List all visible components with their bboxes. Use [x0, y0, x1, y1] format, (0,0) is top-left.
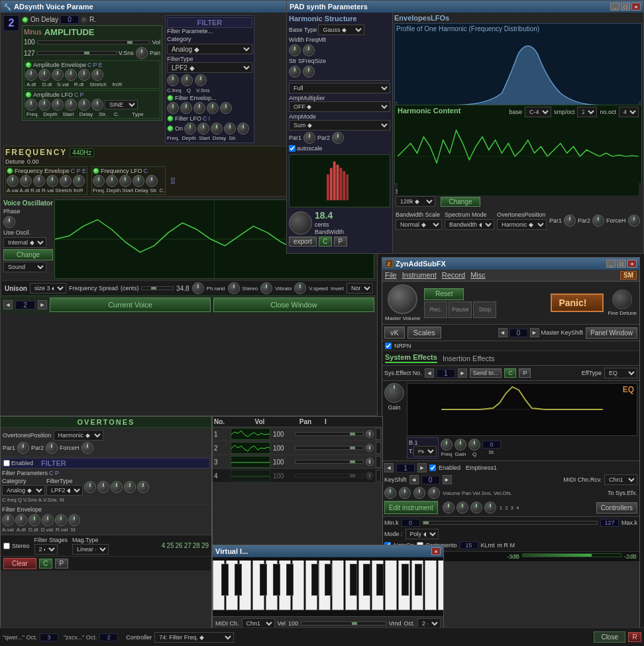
eff-next[interactable]: ► — [458, 368, 467, 378]
lfo-delay[interactable] — [65, 99, 77, 111]
pan-part-knob[interactable] — [399, 487, 411, 499]
fenv-rdt[interactable] — [220, 102, 232, 114]
mag-type-sel[interactable]: Linear ◆ — [72, 544, 109, 555]
prow1-scroll[interactable] — [376, 428, 381, 440]
pe-rval[interactable] — [55, 514, 67, 526]
fenv-adt[interactable] — [180, 102, 192, 114]
stereo-check[interactable] — [3, 543, 10, 549]
vol-slider[interactable] — [37, 40, 150, 44]
lfo-freq[interactable] — [25, 99, 37, 111]
bandwidth-knob[interactable] — [289, 211, 312, 235]
spectrum-mode-select[interactable]: Bandwidth ◆ — [445, 219, 494, 230]
midi-ch-rv-select[interactable]: Chn1 ◆ — [604, 474, 637, 485]
master-volume-knob[interactable] — [388, 284, 417, 314]
r-led[interactable] — [81, 17, 87, 23]
sys-efx-1[interactable] — [443, 502, 455, 513]
prow3-pan[interactable] — [366, 458, 374, 466]
key-e5[interactable] — [425, 561, 437, 610]
ks-part-right[interactable]: ► — [443, 475, 452, 484]
current-voice-btn[interactable]: Current Voice — [50, 297, 211, 312]
pe-st[interactable] — [68, 514, 80, 526]
vol-part-knob[interactable] — [384, 487, 396, 499]
velsns-knob[interactable] — [413, 487, 425, 499]
pad-p-btn[interactable]: P — [334, 237, 347, 246]
prow2-scroll[interactable] — [376, 442, 381, 454]
key-cs3[interactable] — [221, 564, 229, 596]
key-ds3[interactable] — [235, 564, 242, 596]
menu-record[interactable]: Record — [442, 271, 465, 280]
part-row-4[interactable]: 4 100 — [213, 469, 382, 483]
category-select[interactable]: Analog ◆ — [167, 44, 252, 54]
pe-aval[interactable] — [2, 514, 14, 526]
width-knob[interactable] — [289, 44, 301, 56]
ot-par2-knob[interactable] — [46, 442, 58, 454]
ot-pos-select[interactable]: Harmonic ◆ — [54, 430, 103, 441]
prow1-pan[interactable] — [366, 430, 374, 438]
ot-par1-knob[interactable] — [17, 442, 29, 454]
prow4-pan[interactable] — [366, 472, 374, 480]
pad-maximize[interactable]: □ — [621, 3, 630, 11]
eff-prev[interactable]: ◄ — [425, 368, 434, 378]
phase-knob[interactable] — [3, 216, 15, 228]
key-gs3[interactable] — [273, 564, 280, 596]
panic-button[interactable]: Panic! — [551, 294, 604, 312]
key-ds4[interactable] — [325, 564, 332, 596]
fenv2-aval[interactable] — [7, 175, 19, 187]
prow4-vol-slider[interactable] — [295, 474, 364, 478]
fenv2-frcr[interactable] — [73, 175, 85, 187]
filter-lfo2-led[interactable] — [167, 125, 174, 132]
vsns-knob[interactable] — [195, 74, 207, 86]
smp-oct-select[interactable]: 2 ▼ — [577, 107, 597, 117]
zyn-maximize[interactable]: □ — [617, 260, 626, 268]
close-bottom-btn[interactable]: Close — [594, 631, 625, 643]
amp-multiplier-select[interactable]: OFF ◆ — [289, 101, 390, 112]
sys-efx-4[interactable] — [484, 502, 496, 513]
pe-adt[interactable] — [15, 514, 27, 526]
p-vsns2[interactable] — [124, 481, 136, 493]
sys-efx-2[interactable] — [456, 502, 468, 513]
unison-size[interactable]: size 3 ◆ — [30, 283, 66, 294]
p-fd[interactable] — [137, 481, 149, 493]
pad-minimize[interactable]: _ — [610, 3, 619, 11]
enabled-check[interactable] — [429, 464, 436, 471]
mode-select[interactable]: Poly ◆ — [405, 529, 439, 539]
edit-instrument-btn[interactable]: Edit instrument — [384, 501, 438, 514]
q-knob[interactable] — [181, 74, 193, 86]
vkbd-close[interactable]: × — [431, 547, 441, 555]
filt-lfo-freq[interactable] — [184, 123, 196, 135]
key-e4[interactable] — [332, 561, 344, 610]
eff-c-btn[interactable]: C — [504, 368, 516, 378]
pe-dval[interactable] — [42, 514, 54, 526]
invert-select[interactable]: None ◆ — [347, 283, 373, 294]
export-btn[interactable]: export — [289, 237, 317, 246]
key-f5[interactable] — [438, 561, 443, 610]
par1-knob[interactable] — [303, 132, 315, 144]
key-b4[interactable] — [385, 561, 397, 610]
system-effects-tab[interactable]: System Effects — [385, 353, 437, 363]
fenv-aval[interactable] — [167, 102, 179, 114]
full-select[interactable]: Full — [289, 83, 390, 93]
base-val-select[interactable]: C-4 ▼ — [525, 107, 551, 117]
key-fs3[interactable] — [260, 564, 267, 596]
vibrato-knob[interactable] — [260, 282, 272, 294]
autoscale-check[interactable] — [289, 145, 295, 152]
filter-lfo-led[interactable] — [167, 115, 174, 122]
sample-size-select[interactable]: 128k ◆ — [396, 196, 435, 207]
stereo-knob[interactable] — [228, 282, 240, 294]
lfo-str[interactable] — [78, 99, 90, 111]
base-type-select[interactable]: Gauss ◆ — [318, 25, 364, 35]
pad-close[interactable]: × — [631, 3, 641, 11]
p-c-btn[interactable]: C — [39, 559, 52, 568]
gain-knob-eq[interactable] — [384, 383, 404, 403]
pad-change-btn[interactable]: Change — [441, 197, 480, 207]
zyn-minimize[interactable]: _ — [606, 260, 616, 268]
filt-lfo-start[interactable] — [211, 123, 223, 135]
nrpn-check[interactable] — [385, 343, 392, 349]
key-fs4[interactable] — [350, 564, 357, 596]
reset-btn[interactable]: Reset — [424, 288, 464, 300]
eff-p-btn[interactable]: P — [519, 368, 531, 378]
pad-c-btn[interactable]: C — [319, 237, 332, 246]
key-as3[interactable] — [286, 564, 294, 596]
pad-par2-knob[interactable] — [592, 215, 604, 227]
p-vsns[interactable] — [111, 481, 123, 493]
